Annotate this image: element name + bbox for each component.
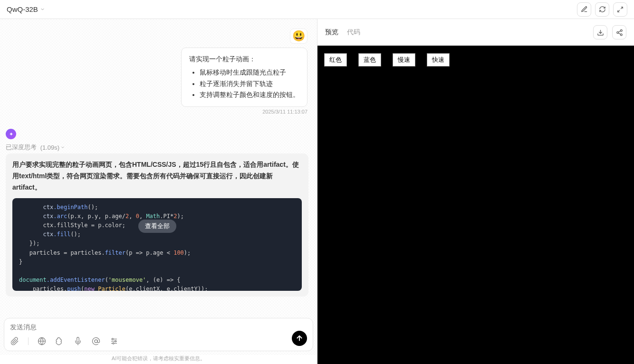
main-area: 😃 请实现一个粒子动画： 鼠标移动时生成跟随光点粒子 粒子逐渐消失并留下轨迹 支… bbox=[0, 19, 634, 364]
mic-button[interactable] bbox=[73, 336, 83, 346]
assistant-avatar: ✦ bbox=[6, 129, 16, 139]
svg-line-16 bbox=[618, 31, 620, 32]
paperclip-icon bbox=[10, 337, 19, 345]
model-selector[interactable]: QwQ-32B bbox=[7, 5, 45, 13]
svg-point-3 bbox=[95, 340, 97, 343]
user-message-row: 😃 请实现一个粒子动画： 鼠标移动时生成跟随光点粒子 粒子逐渐消失并留下轨迹 支… bbox=[5, 29, 312, 115]
message-timestamp: 2025/3/11 11:13:07 bbox=[262, 109, 307, 115]
svg-point-13 bbox=[616, 31, 618, 33]
expand-icon bbox=[617, 6, 624, 13]
divider bbox=[28, 337, 29, 345]
message-input-area bbox=[4, 318, 313, 351]
footer-disclaimer: AI可能会犯错误，请考虑核实重要信息。 bbox=[0, 355, 317, 364]
input-toolbar bbox=[10, 336, 307, 346]
at-icon bbox=[92, 337, 100, 345]
svg-point-7 bbox=[112, 338, 114, 340]
attach-button[interactable] bbox=[10, 336, 19, 346]
globe-icon bbox=[38, 337, 46, 345]
download-icon bbox=[597, 29, 604, 36]
chevron-down-icon bbox=[60, 145, 65, 150]
preview-header: 预览 代码 bbox=[317, 19, 634, 46]
send-button[interactable] bbox=[292, 331, 307, 346]
expand-button[interactable] bbox=[613, 2, 627, 17]
share-icon bbox=[616, 29, 623, 36]
blue-button[interactable]: 蓝色 bbox=[358, 53, 381, 67]
svg-line-15 bbox=[618, 33, 620, 34]
thinking-block: 用户要求实现完整的粒子动画网页，包含HTML/CSS/JS，超过15行且自包含，… bbox=[6, 153, 308, 296]
brain-icon bbox=[56, 337, 64, 345]
user-msg-intro: 请实现一个粒子动画： bbox=[189, 54, 299, 65]
svg-point-14 bbox=[620, 34, 622, 36]
assistant-message-row: ✦ 已深度思考 (1.09s) 用户要求实现完整的粒子动画网页，包含HTML/C… bbox=[5, 129, 312, 296]
message-input[interactable] bbox=[10, 323, 307, 331]
settings-button[interactable] bbox=[109, 336, 119, 346]
thinking-label: 已深度思考 bbox=[6, 143, 37, 152]
tab-code[interactable]: 代码 bbox=[347, 28, 360, 37]
globe-button[interactable] bbox=[37, 336, 47, 346]
list-item: 支持调整粒子颜色和速度的按钮。 bbox=[200, 89, 299, 101]
canvas-controls: 红色 蓝色 慢速 快速 bbox=[324, 53, 450, 67]
app-header: QwQ-32B bbox=[0, 0, 634, 19]
refresh-button[interactable] bbox=[595, 2, 609, 17]
user-message-bubble: 请实现一个粒子动画： 鼠标移动时生成跟随光点粒子 粒子逐渐消失并留下轨迹 支持调… bbox=[181, 48, 307, 107]
thinking-duration: (1.09s) bbox=[40, 144, 59, 151]
download-button[interactable] bbox=[593, 25, 607, 39]
header-actions bbox=[577, 2, 627, 17]
preview-pane: 预览 代码 红色 蓝色 慢速 快速 ➤ bbox=[317, 19, 634, 364]
tab-preview[interactable]: 预览 bbox=[325, 28, 338, 37]
view-all-button[interactable]: 查看全部 bbox=[138, 220, 176, 233]
list-item: 鼠标移动时生成跟随光点粒子 bbox=[200, 67, 299, 78]
thinking-text: 用户要求实现完整的粒子动画网页，包含HTML/CSS/JS，超过15行且自包含，… bbox=[12, 159, 302, 193]
preview-actions bbox=[593, 25, 626, 39]
pencil-icon bbox=[581, 6, 588, 13]
fast-button[interactable]: 快速 bbox=[427, 53, 450, 67]
svg-point-8 bbox=[115, 341, 116, 342]
thinking-status[interactable]: 已深度思考 (1.09s) bbox=[6, 143, 312, 152]
mention-button[interactable] bbox=[91, 336, 101, 346]
brain-button[interactable] bbox=[55, 336, 65, 346]
particle-canvas[interactable]: 红色 蓝色 慢速 快速 ➤ bbox=[317, 46, 634, 364]
model-name-text: QwQ-32B bbox=[7, 5, 38, 13]
arrow-up-icon bbox=[295, 334, 304, 343]
slow-button[interactable]: 慢速 bbox=[393, 53, 415, 67]
chevron-down-icon bbox=[40, 7, 45, 12]
user-avatar: 😃 bbox=[290, 29, 307, 44]
edit-button[interactable] bbox=[577, 2, 591, 17]
preview-tabs: 预览 代码 bbox=[325, 28, 360, 37]
code-block: ctx.beginPath(); ctx.arc(p.x, p.y, p.age… bbox=[12, 198, 302, 291]
sliders-icon bbox=[110, 337, 118, 345]
refresh-icon bbox=[599, 6, 606, 13]
user-msg-list: 鼠标移动时生成跟随光点粒子 粒子逐渐消失并留下轨迹 支持调整粒子颜色和速度的按钮… bbox=[189, 67, 299, 101]
list-item: 粒子逐渐消失并留下轨迹 bbox=[200, 78, 299, 90]
svg-point-9 bbox=[113, 343, 114, 344]
microphone-icon bbox=[74, 337, 82, 345]
chat-scroll[interactable]: 😃 请实现一个粒子动画： 鼠标移动时生成跟随光点粒子 粒子逐渐消失并留下轨迹 支… bbox=[0, 19, 317, 314]
chat-pane: 😃 请实现一个粒子动画： 鼠标移动时生成跟随光点粒子 粒子逐渐消失并留下轨迹 支… bbox=[0, 19, 317, 364]
share-button[interactable] bbox=[612, 25, 626, 39]
red-button[interactable]: 红色 bbox=[324, 53, 347, 67]
svg-point-12 bbox=[620, 29, 622, 31]
